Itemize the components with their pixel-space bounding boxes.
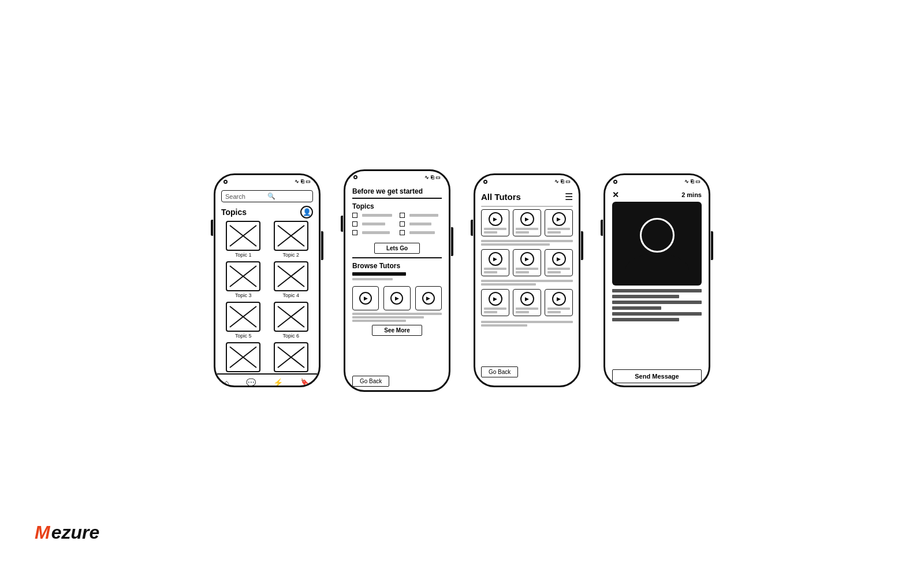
tutor-line-6-2: [547, 271, 561, 273]
tutor-card-7[interactable]: ▶: [481, 289, 509, 316]
checkbox-3[interactable]: [352, 230, 357, 235]
lets-go-button[interactable]: Lets Go: [374, 243, 420, 254]
tutor-card-4[interactable]: ▶: [481, 249, 509, 276]
topic-cell-5[interactable]: Topic 5: [221, 302, 266, 339]
between-line-1: [481, 240, 573, 242]
tutor-row: ▶ ▶ ▶: [352, 286, 442, 310]
topic-cell-6[interactable]: Topic 6: [269, 302, 314, 339]
checkbox-4[interactable]: [400, 213, 405, 218]
close-icon[interactable]: ✕: [612, 190, 619, 199]
play-area-6: ▶: [547, 252, 570, 266]
tutor-line-9-2: [547, 311, 561, 313]
play-icon-card-7: ▶: [489, 292, 502, 306]
tutor-grid-row-1: ▶ ▶: [481, 209, 573, 236]
signal-icon: ⎗: [301, 179, 304, 184]
between-line-4: [481, 283, 536, 286]
menu-icon[interactable]: ☰: [565, 191, 573, 202]
tutor-card-6[interactable]: ▶: [545, 249, 573, 276]
topic-cell-2[interactable]: Topic 2: [269, 221, 314, 258]
tutor-card-9[interactable]: ▶: [545, 289, 573, 316]
tutor-thumb-1[interactable]: ▶: [352, 286, 379, 310]
see-more-button[interactable]: See More: [372, 325, 422, 336]
signal-icon-3: ⎗: [561, 179, 564, 184]
browse-divider: [352, 257, 442, 258]
status-icons-4: ∿ ⎗ ▭: [684, 179, 701, 184]
chat-icon[interactable]: 💬: [246, 378, 256, 387]
x-mark-5: [229, 305, 258, 328]
tutor-grid: ▶ ▶: [481, 209, 573, 327]
profile-info-lines: [605, 289, 709, 321]
tutor-card-lines-8: [516, 307, 538, 313]
tutor-line-4-2: [484, 271, 497, 273]
wifi-icon-2: ∿: [424, 175, 429, 180]
play-icon-card-1: ▶: [489, 212, 502, 226]
x-mark-8: [277, 346, 305, 369]
topic-image-8: [274, 342, 308, 372]
tutor-card-lines-5: [516, 268, 538, 273]
tutor-card-8[interactable]: ▶: [513, 289, 541, 316]
user-avatar[interactable]: 👤: [300, 206, 313, 218]
topic-cell-4[interactable]: Topic 4: [269, 261, 314, 298]
heading-divider: [352, 198, 442, 199]
topic-label-3: Topic 3: [235, 292, 252, 298]
topics-header: Topics 👤: [215, 206, 319, 221]
topic-cell-3[interactable]: Topic 3: [221, 261, 266, 298]
between-lines-3: [481, 321, 573, 327]
phone-all-tutors: ∿ ⎗ ▭ All Tutors ☰ ▶: [474, 173, 580, 387]
tutor-card-1[interactable]: ▶: [481, 209, 509, 236]
x-mark-1: [229, 224, 258, 247]
avatar-head: [640, 218, 675, 253]
go-back-button-2[interactable]: Go Back: [352, 376, 389, 387]
topic-cell-8[interactable]: [269, 342, 314, 373]
play-area-7: ▶: [484, 292, 506, 306]
topic-image-2: [274, 221, 308, 251]
between-lines-1: [481, 240, 573, 246]
send-message-button[interactable]: Send Message: [612, 369, 702, 383]
profile-line-5: [612, 312, 702, 316]
phone-1-wrapper: ∿ ⎗ ▭ Search 🔍 Topics 👤: [214, 173, 321, 387]
play-area-5: ▶: [516, 252, 538, 266]
go-back-button-3[interactable]: Go Back: [481, 366, 518, 377]
topic-grid: Topic 1 Topic 2 Topic 3: [215, 221, 319, 373]
tutor-card-lines-1: [484, 228, 506, 234]
checkbox-line-6: [409, 231, 435, 234]
tutor-line-5-2: [516, 271, 529, 273]
tutor-card-3[interactable]: ▶: [545, 209, 573, 236]
checkbox-6[interactable]: [400, 230, 405, 235]
topics-title: Topics: [221, 208, 247, 217]
topic-cell-1[interactable]: Topic 1: [221, 221, 266, 258]
go-back-section-3: Go Back: [481, 364, 573, 381]
tutor-card-2[interactable]: ▶: [513, 209, 541, 236]
between-line-3: [481, 280, 573, 282]
tutor-thumb-2[interactable]: ▶: [383, 286, 410, 310]
search-bar[interactable]: Search 🔍: [221, 190, 313, 202]
play-area-2: ▶: [516, 212, 538, 226]
checkbox-2[interactable]: [352, 221, 357, 227]
status-bar-1: ∿ ⎗ ▭: [215, 175, 319, 187]
desc-line-3: [352, 320, 406, 322]
topic-cell-7[interactable]: [221, 342, 266, 373]
tutor-card-5[interactable]: ▶: [513, 249, 541, 276]
profile-line-4: [612, 306, 661, 310]
volume-button-4: [601, 220, 603, 236]
checkbox-5[interactable]: [400, 221, 405, 227]
topic-image-5: [226, 302, 260, 332]
avatar-body: [625, 254, 689, 286]
header-line: [481, 206, 573, 207]
lightning-icon[interactable]: ⚡: [273, 378, 283, 387]
tutor-line-3-1: [547, 228, 570, 230]
play-icon-1: ▶: [359, 292, 372, 305]
bookmark-icon[interactable]: 🔖: [300, 378, 310, 387]
phone-2-wrapper: ∿ ⎗ ▭ Before we get started Topics: [344, 169, 450, 392]
status-icons-1: ∿ ⎗ ▭: [295, 179, 311, 184]
battery-icon: ▭: [305, 179, 311, 184]
tutor-thumb-3[interactable]: ▶: [415, 286, 442, 310]
x-mark-4: [277, 265, 305, 288]
play-icon-card-4: ▶: [489, 252, 502, 266]
home-icon[interactable]: ⌂: [224, 378, 229, 387]
checkbox-1[interactable]: [352, 213, 357, 218]
checkbox-row-3: [352, 230, 395, 235]
topic-label-4: Topic 4: [282, 292, 299, 298]
tutor-line-8-1: [516, 307, 538, 310]
all-tutors-screen: All Tutors ☰ ▶: [475, 187, 579, 386]
